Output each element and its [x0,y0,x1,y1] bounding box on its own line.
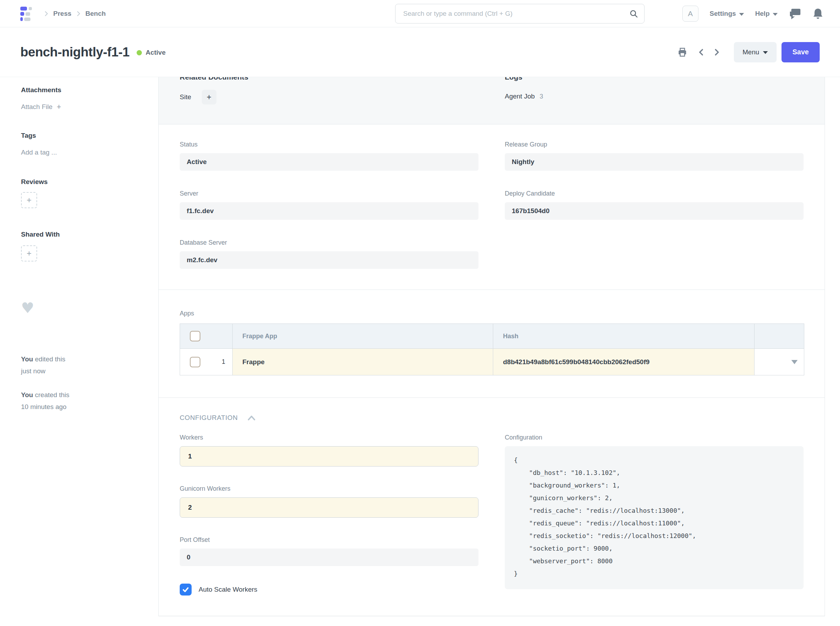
status-field-value: Active [180,153,478,171]
menu-button-label: Menu [743,49,759,56]
agent-job-link[interactable]: Agent Job [505,92,535,100]
global-search [395,4,645,23]
apps-grid-label: Apps [180,309,804,318]
navbar: Press Bench A Settings Help [0,0,840,27]
settings-label: Settings [710,10,736,17]
help-label: Help [755,10,770,17]
hash-column-label: Hash [503,333,518,340]
navbar-right: A Settings Help [682,0,823,27]
apps-section: Apps Frappe App Hash [159,290,824,398]
frappe-app-cell[interactable]: Frappe [233,349,493,375]
configuration-section: CONFIGURATION Workers Gunicorn Workers [159,398,824,616]
add-review-button[interactable]: + [21,192,37,208]
edited-activity: You edited this just now [21,353,147,377]
form-sidebar: Attachments Attach File + Tags Add a tag… [21,77,147,413]
page-head: bench-nightly-f1-1 Active [0,27,840,77]
chevron-down-icon [773,13,778,16]
row-expand-cell [754,349,804,375]
form-layout: Related Documents Site + Logs Agent Job … [158,77,825,616]
breadcrumb-press[interactable]: Press [53,10,72,17]
gunicorn-workers-input[interactable] [180,498,478,518]
frappe-app-column-label: Frappe App [242,333,277,340]
app-logo-icon[interactable] [20,6,34,21]
avatar[interactable]: A [682,6,698,22]
apps-table-header: Frappe App Hash [180,324,804,348]
next-document-button[interactable] [710,45,723,59]
plus-icon: + [207,92,211,102]
tags-heading: Tags [21,132,147,139]
help-dropdown[interactable]: Help [755,10,778,17]
print-button[interactable] [675,45,690,59]
created-activity: You created this 10 minutes ago [21,389,147,413]
chevron-down-icon [739,13,744,16]
table-row: 1 Frappe d8b421b49a8bf61c599b048140cbb20… [180,348,804,375]
search-input[interactable] [395,4,645,23]
save-button[interactable]: Save [782,42,820,63]
port-offset-field-label: Port Offset [180,535,478,544]
notifications-bell-icon[interactable] [813,8,823,20]
breadcrumb-bench[interactable]: Bench [86,10,106,17]
configuration-section-toggle[interactable]: CONFIGURATION [180,414,804,422]
edited-by: You [21,355,33,363]
workers-input[interactable] [180,446,478,466]
attach-file-button[interactable]: Attach File + [21,102,147,111]
server-field-value[interactable]: f1.fc.dev [180,202,478,220]
hash-column-header: Hash [493,324,754,348]
configuration-json-label: Configuration [505,433,804,442]
search-icon[interactable] [629,9,638,20]
server-field-label: Server [180,189,478,198]
configuration-json-code: { "db_host": "10.1.3.102", "background_w… [505,446,804,589]
chevron-left-icon [697,47,706,58]
details-section: Status Active Server f1.fc.dev Database … [159,124,824,290]
add-tag-input[interactable]: Add a tag ... [21,149,147,156]
status-dot-icon [137,50,142,55]
agent-job-count: 3 [540,93,543,100]
hash-cell[interactable]: d8b421b49a8bf61c599b048140cbb2062fed50f9 [493,349,754,375]
row-checkbox[interactable] [190,357,200,367]
release-group-field-value[interactable]: Nightly [505,153,804,171]
site-link[interactable]: Site [180,93,191,101]
row-select-cell: 1 [180,349,233,375]
add-tag-placeholder: Add a tag ... [21,149,57,156]
breadcrumb: Press Bench [43,9,106,18]
created-by: You [21,391,33,399]
actions-column-header [754,324,804,348]
previous-document-button[interactable] [695,45,708,59]
add-share-button[interactable]: + [21,245,37,261]
chat-icon[interactable] [789,8,801,19]
row-index[interactable]: 1 [222,358,225,366]
menu-button[interactable]: Menu [734,42,777,63]
created-action: created this [33,391,69,399]
database-server-field-value[interactable]: m2.fc.dev [180,251,478,269]
created-when: 10 minutes ago [21,403,67,410]
chevron-down-icon [763,51,768,54]
auto-scale-workers-checkbox[interactable] [180,584,192,596]
edited-when: just now [21,367,45,375]
attach-file-label: Attach File [21,103,53,111]
plus-icon: + [57,102,61,111]
plus-icon: + [27,195,31,205]
print-icon [677,47,688,58]
add-site-button[interactable]: + [202,90,217,105]
avatar-letter: A [688,9,693,18]
shared-with-heading: Shared With [21,231,147,238]
form-dashboard: Related Documents Site + Logs Agent Job … [159,77,824,124]
reviews-heading: Reviews [21,178,147,186]
chevron-right-icon [43,9,50,18]
dropdown-triangle-icon[interactable] [791,360,798,364]
database-server-field-label: Database Server [180,238,478,247]
status-indicator: Active [146,49,166,56]
select-all-cell [180,324,233,348]
chevron-right-icon [75,9,82,18]
settings-dropdown[interactable]: Settings [710,10,744,17]
select-all-checkbox[interactable] [190,331,200,341]
workers-field-label: Workers [180,433,478,442]
deploy-candidate-field-value[interactable]: 167b1504d0 [505,202,804,220]
chevron-up-icon [247,414,256,421]
apps-table: Frappe App Hash 1 Frappe d8b421b49a8bf61… [180,324,804,376]
status-field-label: Status [180,140,478,149]
port-offset-field-value[interactable]: 0 [180,549,478,566]
chevron-right-icon [712,47,721,58]
like-heart-icon[interactable]: ♥ [21,301,147,315]
edited-action: edited this [33,355,65,363]
